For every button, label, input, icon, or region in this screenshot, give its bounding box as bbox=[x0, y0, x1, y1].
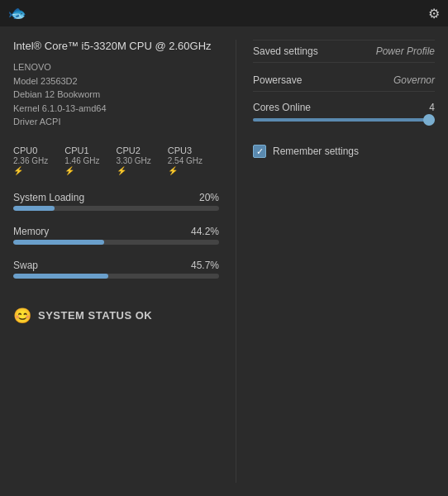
app-window: 🐟 ⚙ Intel® Core™ i5-3320M CPU @ 2.60GHz … bbox=[0, 0, 448, 496]
core2-freq: 3.30 GHz bbox=[117, 156, 151, 165]
remember-checkbox[interactable]: ✓ bbox=[253, 145, 266, 158]
memory-value: 44.2% bbox=[191, 226, 219, 237]
title-bar: 🐟 ⚙ bbox=[0, 0, 448, 26]
core3-icon: ⚡ bbox=[168, 166, 178, 175]
content-area: Intel® Core™ i5-3320M CPU @ 2.60GHz LENO… bbox=[0, 26, 448, 496]
core0-name: CPU0 bbox=[13, 145, 37, 155]
core3-freq: 2.54 GHz bbox=[168, 156, 203, 165]
cpu-model: Model 23563D2 bbox=[13, 74, 219, 88]
cpu-core-1: CPU1 1.46 GHz ⚡ bbox=[64, 145, 99, 175]
cores-online-fill bbox=[253, 118, 435, 122]
saved-settings-key: Saved settings bbox=[253, 45, 318, 57]
model-label: Model bbox=[13, 76, 38, 86]
os-line2: Kernel 6.1.0-13-amd64 bbox=[13, 102, 219, 116]
swap-value: 45.7% bbox=[191, 260, 219, 271]
core1-name: CPU1 bbox=[64, 145, 88, 155]
metric-swap: Swap 45.7% bbox=[13, 260, 219, 279]
remember-label: Remember settings bbox=[273, 145, 359, 157]
powersave-val: Governor bbox=[393, 74, 435, 86]
swap-label: Swap bbox=[13, 260, 38, 271]
left-panel: Intel® Core™ i5-3320M CPU @ 2.60GHz LENO… bbox=[13, 40, 219, 483]
fish-icon: 🐟 bbox=[8, 4, 26, 22]
cores-online-thumb[interactable] bbox=[423, 114, 435, 126]
core0-freq: 2.36 GHz bbox=[13, 156, 48, 165]
cores-online-label: Cores Online bbox=[253, 102, 311, 113]
status-text: SYSTEM STATUS OK bbox=[38, 309, 152, 322]
system-loading-fill bbox=[13, 206, 55, 211]
cpu-cores: CPU0 2.36 GHz ⚡ CPU1 1.46 GHz ⚡ CPU2 3.3… bbox=[13, 145, 219, 175]
powersave-key: Powersave bbox=[253, 74, 302, 86]
cores-online-row: Cores Online 4 bbox=[253, 102, 435, 122]
cores-online-value: 4 bbox=[429, 102, 435, 113]
model-value: 23563D2 bbox=[41, 76, 78, 86]
memory-bar bbox=[13, 240, 219, 245]
swap-fill bbox=[13, 274, 108, 279]
cores-online-track[interactable] bbox=[253, 118, 435, 122]
cpu-core-2: CPU2 3.30 GHz ⚡ bbox=[117, 145, 151, 175]
driver: Driver ACPI bbox=[13, 115, 219, 129]
title-bar-logo: 🐟 bbox=[8, 4, 26, 22]
saved-settings-row: Saved settings Power Profile bbox=[253, 40, 435, 63]
core1-freq: 1.46 GHz bbox=[64, 156, 99, 165]
status-row: 😊 SYSTEM STATUS OK bbox=[13, 307, 219, 325]
cpu-brand: LENOVO bbox=[13, 60, 219, 74]
remember-row[interactable]: ✓ Remember settings bbox=[253, 145, 435, 158]
metric-memory: Memory 44.2% bbox=[13, 226, 219, 245]
os-line1: Debian 12 Bookworm bbox=[13, 88, 219, 102]
powersave-row: Powersave Governor bbox=[253, 69, 435, 92]
metric-system-loading: System Loading 20% bbox=[13, 192, 219, 211]
cpu-core-3: CPU3 2.54 GHz ⚡ bbox=[168, 145, 203, 175]
memory-label: Memory bbox=[13, 226, 49, 237]
saved-settings-val: Power Profile bbox=[376, 45, 435, 57]
system-loading-label: System Loading bbox=[13, 192, 84, 203]
memory-fill bbox=[13, 240, 104, 245]
status-icon: 😊 bbox=[13, 307, 31, 325]
core2-icon: ⚡ bbox=[117, 166, 126, 175]
vertical-divider bbox=[236, 40, 236, 483]
core1-icon: ⚡ bbox=[64, 166, 74, 175]
checkbox-check-icon: ✓ bbox=[256, 147, 264, 156]
swap-bar bbox=[13, 274, 219, 279]
settings-button[interactable]: ⚙ bbox=[428, 6, 440, 21]
core0-icon: ⚡ bbox=[13, 166, 23, 175]
system-info: LENOVO Model 23563D2 Debian 12 Bookworm … bbox=[13, 60, 219, 129]
cpu-title: Intel® Core™ i5-3320M CPU @ 2.60GHz bbox=[13, 40, 219, 52]
system-loading-value: 20% bbox=[199, 192, 219, 203]
system-loading-bar bbox=[13, 206, 219, 211]
cpu-core-0: CPU0 2.36 GHz ⚡ bbox=[13, 145, 48, 175]
right-panel: Saved settings Power Profile Powersave G… bbox=[253, 40, 435, 483]
core2-name: CPU2 bbox=[117, 145, 141, 155]
core3-name: CPU3 bbox=[168, 145, 192, 155]
